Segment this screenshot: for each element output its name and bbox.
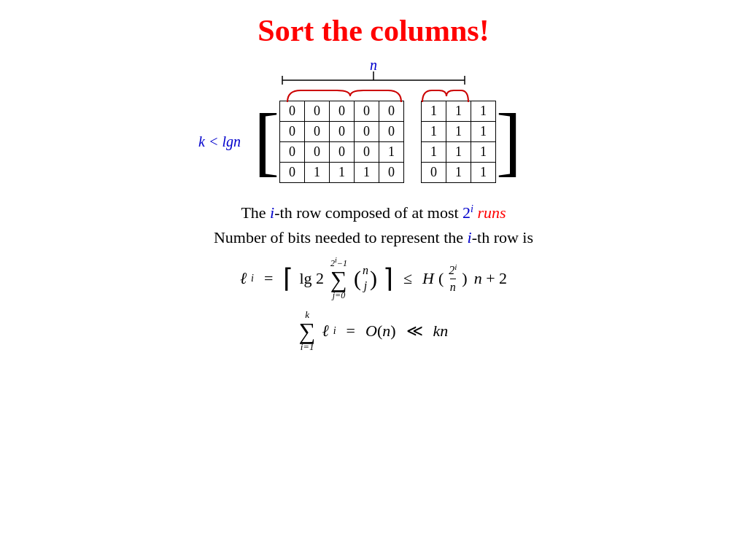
k-label: k < lgn bbox=[198, 133, 241, 150]
table-row: 0 0 0 0 1 1 1 1 bbox=[279, 142, 495, 163]
text-line-1: The i-th row composed of at most 2i runs bbox=[241, 203, 506, 222]
formula-1: ℓi = ⌈ lg 2 2i−1 ∑ j=0 ( n j ) ⌉ ≤ H ( bbox=[240, 256, 507, 300]
text-line-2: Number of bits needed to represent the i… bbox=[214, 228, 533, 247]
matrix-left-bracket: [ bbox=[254, 108, 279, 175]
matrix-container: k < lgn [ 0 0 0 0 0 1 1 1 0 0 bbox=[198, 101, 592, 183]
i-variable: i bbox=[270, 203, 274, 222]
table-row: 0 1 1 1 0 0 1 1 bbox=[279, 163, 495, 183]
n-brace-svg: n bbox=[155, 57, 592, 108]
matrix-section: n k < lgn [ 0 0 bbox=[155, 55, 592, 183]
table-row: 0 0 0 0 0 1 1 1 bbox=[279, 122, 495, 142]
i-variable-2: i bbox=[468, 228, 472, 246]
page: Sort the columns! n k < lgn bbox=[0, 0, 747, 560]
matrix-table: 0 0 0 0 0 1 1 1 0 0 0 0 0 1 bbox=[279, 101, 496, 183]
svg-text:n: n bbox=[370, 57, 377, 73]
formula-2: k ∑ i=1 ℓi = O(n) ≪ kn bbox=[299, 309, 449, 353]
matrix-right-bracket: ] bbox=[496, 108, 522, 175]
runs-text: runs bbox=[477, 203, 506, 222]
page-title: Sort the columns! bbox=[258, 13, 489, 48]
